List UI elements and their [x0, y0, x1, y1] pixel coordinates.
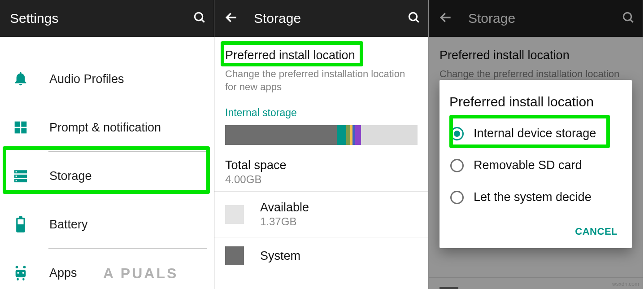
svg-line-24: [416, 19, 418, 22]
apps-icon: [12, 264, 30, 282]
option-system-decide[interactable]: Let the system decide: [449, 181, 622, 213]
usage-bar-segment: [355, 125, 361, 145]
highlight-storage: [3, 146, 210, 194]
system-swatch: [225, 246, 244, 265]
svg-rect-20: [17, 278, 19, 280]
system-row[interactable]: System: [214, 237, 428, 274]
storage-content: Preferred install location Change the pr…: [214, 37, 428, 274]
svg-point-15: [16, 266, 18, 268]
search-icon[interactable]: [407, 10, 421, 26]
available-value: 1.37GB: [260, 215, 309, 228]
svg-rect-4: [15, 128, 20, 133]
appbar-title: Storage: [254, 11, 407, 26]
radio-label: Removable SD card: [474, 158, 582, 172]
svg-rect-17: [16, 270, 26, 277]
internal-storage-header: Internal storage: [214, 107, 428, 125]
option-removable-sd[interactable]: Removable SD card: [449, 149, 622, 181]
settings-item-label: Audio Profiles: [49, 72, 124, 86]
search-icon[interactable]: [192, 10, 207, 26]
radio-icon: [450, 159, 464, 172]
system-label: System: [260, 249, 300, 263]
svg-rect-5: [21, 128, 26, 133]
preferred-install-dialog: Preferred install location Internal devi…: [439, 80, 632, 248]
settings-item-label: Battery: [49, 218, 88, 232]
settings-item-battery[interactable]: Battery: [0, 200, 214, 249]
usage-bar-segment: [361, 125, 418, 145]
preferred-install-subtitle: Change the preferred installation locati…: [214, 68, 428, 107]
settings-item-prompt[interactable]: Prompt & notification: [0, 103, 214, 152]
available-label: Available: [260, 201, 309, 215]
svg-rect-3: [21, 122, 26, 127]
panel-storage: Storage Preferred install location Chang…: [214, 0, 429, 289]
svg-point-23: [409, 13, 417, 20]
total-space-row: Total space 4.00GB: [214, 145, 428, 191]
svg-point-16: [23, 266, 26, 268]
panel-settings: Settings Audio Profiles Prompt & notific…: [0, 0, 214, 289]
highlight-preferred-install: [221, 41, 363, 66]
usage-bar-segment: [337, 125, 346, 145]
settings-item-label: Prompt & notification: [49, 121, 161, 135]
panel-dialog: Storage Preferred install location Chang…: [429, 0, 643, 289]
svg-point-0: [195, 13, 202, 20]
appuals-watermark: A PUALS: [103, 265, 178, 282]
appbar-title: Settings: [10, 11, 192, 26]
svg-rect-2: [15, 122, 20, 127]
watermark: wsxdn.com: [612, 281, 639, 287]
dialog-title: Preferred install location: [449, 94, 622, 109]
storage-usage-bar: [225, 125, 418, 145]
available-swatch: [225, 205, 244, 224]
total-space-value: 4.00GB: [225, 173, 418, 186]
usage-bar-segment: [346, 125, 350, 145]
usage-bar-segment: [225, 125, 337, 145]
settings-item-audio[interactable]: Audio Profiles: [0, 55, 214, 103]
svg-line-1: [201, 19, 204, 22]
svg-point-18: [17, 272, 19, 274]
appbar: Settings: [0, 0, 214, 37]
svg-point-19: [22, 272, 24, 274]
dialog-actions: CANCEL: [449, 213, 622, 241]
appbar: Storage: [214, 0, 428, 37]
settings-item-label: Apps: [49, 266, 77, 280]
radio-icon: [450, 191, 464, 204]
cancel-button[interactable]: CANCEL: [570, 222, 622, 241]
available-row[interactable]: Available 1.37GB: [214, 191, 428, 237]
svg-rect-14: [17, 219, 23, 224]
total-space-label: Total space: [225, 158, 418, 172]
svg-rect-21: [22, 278, 24, 280]
grid-icon: [12, 118, 30, 136]
radio-label: Let the system decide: [474, 190, 592, 204]
back-icon[interactable]: [224, 10, 239, 26]
battery-icon: [12, 215, 30, 233]
svg-rect-13: [19, 216, 22, 219]
bell-icon: [12, 70, 30, 88]
highlight-internal-option: [449, 115, 610, 148]
